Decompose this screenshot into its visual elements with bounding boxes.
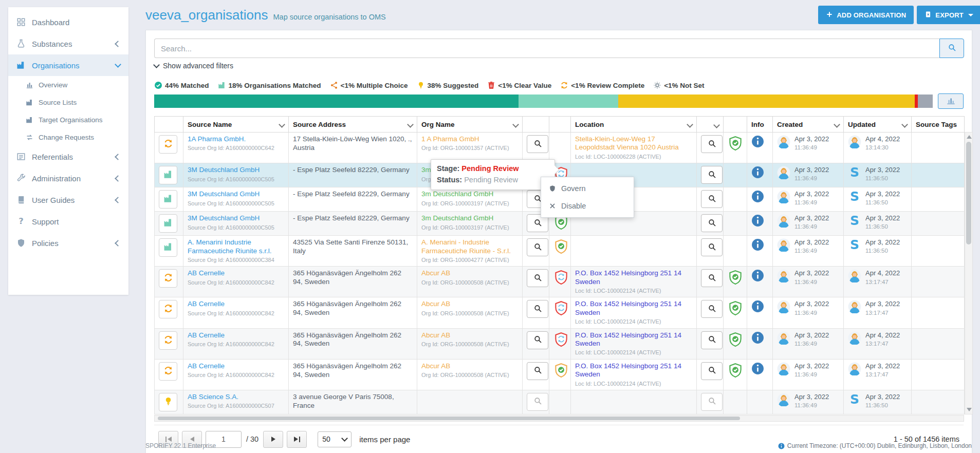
sidebar-item-source-lists[interactable]: Source Lists (8, 93, 128, 111)
chart-toggle-button[interactable] (938, 93, 964, 109)
sidebar-item-user-guides[interactable]: User Guides (8, 189, 128, 211)
column-header-blank[interactable] (697, 117, 724, 133)
search-match-button[interactable] (701, 135, 723, 153)
column-menu-icon[interactable] (713, 122, 720, 128)
sidebar-item-dashboard[interactable]: Dashboard (8, 11, 128, 33)
source-name-link[interactable]: AB Science S.A. (188, 393, 284, 401)
org-name-link[interactable]: Abcur AB (421, 300, 518, 308)
menu-item-govern[interactable]: Govern (541, 180, 634, 197)
export-button[interactable]: x EXPORT (917, 6, 980, 24)
governance-shield-red-sync-icon[interactable] (553, 300, 569, 316)
table-row[interactable]: 1A Pharma GmbH.Source Org Id: A160000000… (155, 133, 965, 163)
sidebar-item-administration[interactable]: Administration (8, 167, 128, 189)
sidebar-item-referentials[interactable]: Referentials (8, 146, 128, 167)
governance-shield-yellow-check-icon[interactable] (553, 362, 569, 379)
scroll-down-arrow-icon[interactable] (967, 408, 972, 411)
governance-shield-green-check-icon[interactable] (728, 362, 743, 379)
column-menu-icon[interactable] (279, 121, 285, 128)
table-row[interactable]: A. Menarini Industrie Farmaceutiche Riun… (155, 236, 965, 267)
info-icon[interactable] (751, 214, 764, 227)
sidebar-item-substances[interactable]: Substances (8, 33, 128, 54)
table-row[interactable]: AB CernelleSource Org Id: A1600000000C84… (155, 328, 965, 359)
column-header-source-name[interactable]: Source Name (183, 117, 289, 133)
source-name-link[interactable]: AB Cernelle (188, 269, 284, 277)
source-name-link[interactable]: A. Menarini Industrie Farmaceutiche Riun… (188, 238, 284, 255)
search-input[interactable] (154, 39, 939, 58)
column-header-created[interactable]: Created (773, 117, 844, 133)
search-match-button[interactable] (701, 166, 723, 184)
search-match-button[interactable] (701, 269, 723, 287)
info-icon[interactable] (751, 300, 764, 313)
column-menu-icon[interactable] (901, 121, 908, 128)
horizontal-scrollbar[interactable] (154, 415, 964, 422)
row-status-button[interactable] (159, 393, 177, 411)
sidebar-item-policies[interactable]: Policies (8, 232, 128, 254)
vertical-scroll-thumb[interactable] (966, 142, 971, 244)
search-button[interactable] (939, 39, 964, 58)
table-row[interactable]: AB CernelleSource Org Id: A1600000000C84… (155, 267, 965, 297)
org-name-link[interactable]: Abcur AB (421, 331, 518, 339)
table-row[interactable]: AB CernelleSource Org Id: A1600000000C84… (155, 297, 965, 328)
search-match-button[interactable] (701, 238, 723, 256)
info-icon[interactable] (751, 135, 764, 148)
info-icon[interactable] (751, 362, 764, 375)
search-match-button[interactable] (701, 214, 723, 232)
column-menu-icon[interactable] (512, 121, 519, 128)
location-link[interactable]: P.O. Box 1452 Helsingborg 251 14 Sweden (575, 269, 692, 286)
location-link[interactable]: P.O. Box 1452 Helsingborg 251 14 Sweden (575, 300, 692, 317)
org-name-link[interactable]: 1 A Pharma GmbH (421, 135, 518, 143)
table-row[interactable]: AB CernelleSource Org Id: A1600000000C84… (155, 359, 965, 390)
column-header-org-name[interactable]: Org Name (417, 117, 523, 133)
source-name-link[interactable]: AB Cernelle (188, 362, 284, 370)
governance-shield-green-check-icon[interactable] (728, 331, 743, 348)
source-name-link[interactable]: 3M Deutschland GmbH (188, 214, 284, 222)
vertical-scrollbar[interactable] (965, 132, 973, 414)
org-name-link[interactable]: Abcur AB (421, 269, 518, 277)
column-header-source-address[interactable]: Source Address (289, 117, 417, 133)
org-name-link[interactable]: Abcur AB (421, 362, 518, 370)
scroll-up-arrow-icon[interactable] (967, 135, 972, 139)
column-header-updated[interactable]: Updated (844, 117, 912, 133)
row-status-button[interactable] (159, 362, 177, 381)
source-name-link[interactable]: AB Cernelle (188, 300, 284, 308)
sidebar-item-target-organisations[interactable]: Target Organisations (8, 111, 128, 128)
search-match-button[interactable] (527, 238, 548, 256)
sidebar-item-change-requests[interactable]: Change Requests (8, 128, 128, 146)
row-status-button[interactable] (159, 135, 177, 154)
info-icon[interactable] (751, 238, 764, 251)
row-status-button[interactable] (159, 166, 177, 184)
governance-shield-green-check-icon[interactable] (728, 135, 743, 152)
governance-shield-green-check-icon[interactable] (728, 269, 743, 286)
search-match-button[interactable] (527, 135, 548, 153)
column-menu-icon[interactable] (834, 121, 840, 128)
row-status-button[interactable] (159, 269, 177, 288)
sidebar-item-overview[interactable]: Overview (8, 76, 128, 93)
source-name-link[interactable]: 3M Deutschland GmbH (188, 166, 284, 174)
row-status-button[interactable] (159, 238, 177, 257)
info-icon[interactable] (751, 331, 764, 344)
org-name-link[interactable]: 3m Deutschland GmbH (421, 190, 518, 198)
source-name-link[interactable]: 1A Pharma GmbH. (188, 135, 284, 143)
sidebar-item-organisations[interactable]: Organisations (8, 54, 128, 76)
location-link[interactable]: P.O. Box 1452 Helsingborg 251 14 Sweden (575, 331, 692, 348)
info-icon[interactable] (751, 166, 764, 179)
menu-item-disable[interactable]: Disable (541, 197, 634, 215)
source-name-link[interactable]: 3M Deutschland GmbH (188, 190, 284, 198)
search-match-button[interactable] (701, 393, 723, 411)
search-match-button[interactable] (527, 393, 548, 411)
org-name-link[interactable]: A. Menarini - Industrie Farmaceutiche Ri… (421, 238, 518, 255)
info-icon[interactable] (751, 190, 764, 203)
row-status-button[interactable] (159, 300, 177, 318)
search-match-button[interactable] (527, 300, 548, 318)
search-match-button[interactable] (701, 362, 723, 380)
search-match-button[interactable] (527, 362, 548, 380)
governance-shield-green-check-icon[interactable] (728, 300, 743, 316)
location-link[interactable]: Stella-Klein-Loew-Weg 17 Leopoldstadt Vi… (575, 135, 692, 152)
governance-shield-red-sync-icon[interactable] (553, 331, 569, 348)
column-menu-icon[interactable] (407, 121, 414, 128)
search-match-button[interactable] (527, 269, 548, 287)
row-status-button[interactable] (159, 331, 177, 350)
org-name-link[interactable]: 3m Deutschland GmbH (421, 214, 518, 222)
search-match-button[interactable] (701, 190, 723, 208)
sidebar-item-support[interactable]: ?Support (8, 211, 128, 232)
